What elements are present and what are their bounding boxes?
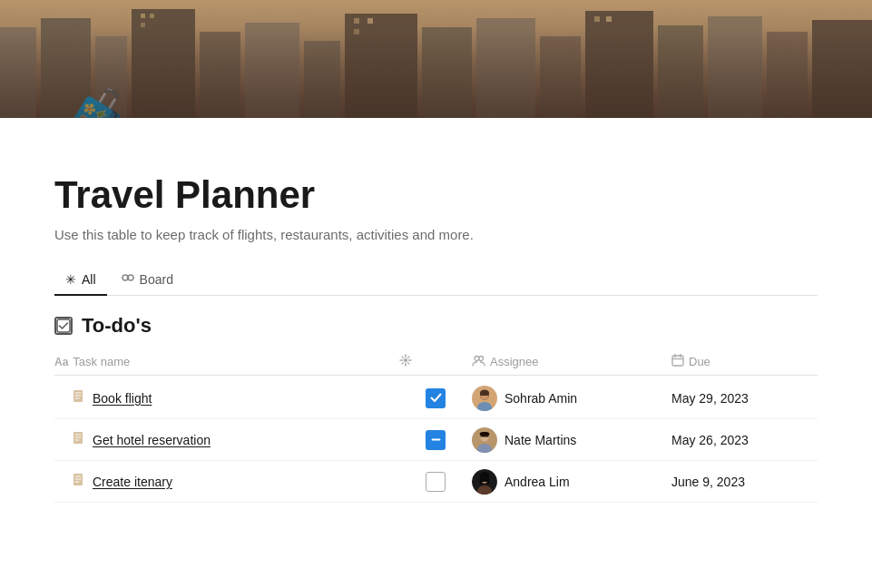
svg-rect-64 <box>480 477 483 485</box>
col-header-status <box>399 354 472 369</box>
svg-rect-20 <box>354 18 359 24</box>
task-name-text[interactable]: Book flight <box>93 391 152 406</box>
checkbox-cell-3[interactable] <box>399 472 472 492</box>
svg-rect-1 <box>0 27 36 118</box>
page-icon: 🧳 <box>54 91 133 118</box>
tab-board-label: Board <box>140 272 173 287</box>
section-checkbox[interactable] <box>54 317 73 335</box>
avatar-nate <box>472 427 497 453</box>
table-row: Get hotel reservation <box>54 419 818 461</box>
avatar-andrea <box>472 469 497 495</box>
svg-line-33 <box>402 357 404 358</box>
svg-rect-11 <box>540 36 581 118</box>
assignee-cell-3: Andrea Lim <box>472 469 671 495</box>
col-header-assignee: Assignee <box>472 354 671 369</box>
svg-rect-15 <box>767 32 808 118</box>
svg-rect-23 <box>594 16 600 22</box>
task-name-cell-2: Get hotel reservation <box>54 431 399 448</box>
svg-point-28 <box>404 358 407 362</box>
svg-rect-6 <box>245 23 299 118</box>
svg-rect-14 <box>708 16 762 118</box>
col-header-due: Due <box>671 354 853 369</box>
section-title: To-do's <box>82 314 152 338</box>
checkbox-empty[interactable] <box>426 472 446 492</box>
page-title: Travel Planner <box>54 172 818 218</box>
svg-rect-8 <box>345 14 417 118</box>
svg-rect-9 <box>422 27 472 118</box>
col-task-prefix-icon: Aa <box>54 356 68 368</box>
svg-rect-22 <box>354 29 359 34</box>
col-task-label: Task name <box>73 355 130 368</box>
hero-banner: 🧳 <box>0 0 872 118</box>
tab-board[interactable]: Board <box>111 264 184 296</box>
assignee-name-1: Sohrab Amin <box>505 391 577 406</box>
task-page-icon <box>73 389 85 407</box>
svg-rect-65 <box>487 477 490 485</box>
assignee-name-3: Andrea Lim <box>505 475 570 489</box>
table-row: Create itenary <box>54 461 818 503</box>
col-status-icon <box>399 354 412 369</box>
tab-all[interactable]: ✳ All <box>54 265 107 296</box>
col-header-task: Aa Task name <box>54 354 399 369</box>
svg-rect-17 <box>141 14 145 18</box>
table: Aa Task name <box>54 348 818 503</box>
task-name-cell-3: Create itenary <box>54 473 399 490</box>
svg-line-35 <box>407 357 409 358</box>
svg-rect-10 <box>476 18 535 118</box>
due-cell-1: May 29, 2023 <box>671 391 853 406</box>
table-row: Book flight <box>54 377 818 419</box>
checkbox-done[interactable] <box>426 388 446 408</box>
svg-rect-3 <box>95 36 127 118</box>
due-cell-3: June 9, 2023 <box>671 475 853 489</box>
svg-rect-24 <box>606 16 612 22</box>
col-assignee-label: Assignee <box>490 355 538 368</box>
svg-rect-49 <box>480 393 489 396</box>
assignee-cell-1: Sohrab Amin <box>472 386 671 411</box>
task-name-text-2[interactable]: Get hotel reservation <box>93 433 211 447</box>
section-header: To-do's <box>54 314 818 338</box>
assignee-cell-2: Nate Martins <box>472 427 671 453</box>
page-subtitle: Use this table to keep track of flights,… <box>54 227 818 242</box>
svg-line-34 <box>407 363 409 365</box>
svg-rect-21 <box>367 18 373 24</box>
tabs-row: ✳ All Board <box>54 264 818 296</box>
task-name-text-3[interactable]: Create itenary <box>93 475 172 489</box>
col-due-label: Due <box>689 355 710 368</box>
checkbox-partial[interactable] <box>426 430 446 450</box>
content-area: Travel Planner Use this table to keep tr… <box>0 118 872 539</box>
table-header: Aa Task name <box>54 348 818 376</box>
svg-rect-16 <box>812 20 872 118</box>
col-due-icon <box>671 354 684 369</box>
checkbox-cell-2[interactable] <box>399 430 472 450</box>
col-assignee-icon <box>472 355 485 369</box>
svg-point-57 <box>480 432 490 436</box>
svg-rect-13 <box>658 25 703 118</box>
assignee-name-2: Nate Martins <box>505 433 576 447</box>
svg-rect-19 <box>141 23 145 27</box>
tab-all-label: All <box>82 272 96 287</box>
svg-rect-51 <box>431 439 440 441</box>
svg-rect-39 <box>672 356 683 366</box>
svg-line-36 <box>402 363 404 365</box>
task-page-icon-3 <box>73 473 85 490</box>
svg-rect-7 <box>304 41 340 118</box>
due-cell-2: May 26, 2023 <box>671 433 853 447</box>
svg-rect-18 <box>150 14 154 18</box>
svg-rect-2 <box>41 18 91 118</box>
checkbox-cell-1[interactable] <box>399 388 472 408</box>
task-page-icon-2 <box>73 431 85 448</box>
tab-all-icon: ✳ <box>65 272 76 287</box>
task-name-cell: Book flight <box>54 389 399 407</box>
tab-board-icon <box>122 271 134 287</box>
svg-rect-12 <box>585 11 653 118</box>
avatar-sohrab <box>472 386 497 411</box>
svg-rect-5 <box>200 32 240 118</box>
